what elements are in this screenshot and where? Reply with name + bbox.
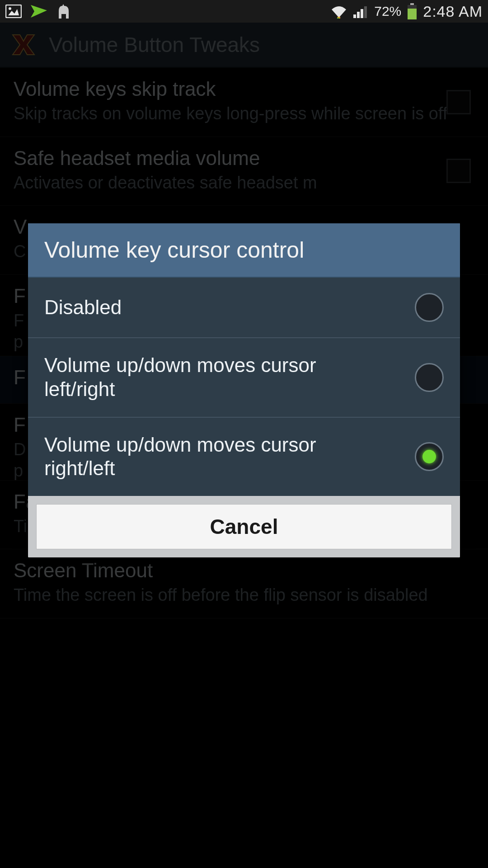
svg-rect-6 xyxy=(353,14,356,18)
svg-rect-12 xyxy=(408,9,417,19)
llama-icon xyxy=(56,3,71,19)
option-label: Volume up/down moves cursor left/right xyxy=(44,354,388,401)
dialog-footer: Cancel xyxy=(28,496,460,557)
option-label: Disabled xyxy=(44,296,122,320)
signal-icon xyxy=(353,5,369,18)
dialog-option-disabled[interactable]: Disabled xyxy=(28,278,460,338)
status-right: 72% 2:48 AM xyxy=(330,3,483,20)
dialog-title: Volume key cursor control xyxy=(44,237,444,263)
status-left xyxy=(5,3,71,19)
radio-button[interactable] xyxy=(415,293,444,322)
svg-rect-9 xyxy=(364,6,367,18)
send-icon xyxy=(30,4,48,19)
svg-marker-3 xyxy=(31,5,47,18)
battery-icon xyxy=(407,3,418,19)
dialog: Volume key cursor control Disabled Volum… xyxy=(28,223,460,557)
dialog-body: Disabled Volume up/down moves cursor lef… xyxy=(28,278,460,496)
svg-rect-8 xyxy=(361,9,363,18)
svg-rect-0 xyxy=(6,5,21,18)
option-label: Volume up/down moves cursor right/left xyxy=(44,433,388,481)
gallery-icon xyxy=(5,5,22,18)
status-bar: 72% 2:48 AM xyxy=(0,0,488,23)
radio-button[interactable] xyxy=(415,363,444,392)
cancel-button[interactable]: Cancel xyxy=(36,504,452,549)
battery-percent: 72% xyxy=(374,4,401,19)
wifi-icon xyxy=(330,4,348,19)
svg-point-2 xyxy=(9,7,11,10)
clock: 2:48 AM xyxy=(423,3,483,20)
dialog-option-left-right[interactable]: Volume up/down moves cursor left/right xyxy=(28,338,460,418)
dialog-option-right-left[interactable]: Volume up/down moves cursor right/left xyxy=(28,418,460,496)
svg-rect-10 xyxy=(410,3,414,5)
dialog-header: Volume key cursor control xyxy=(28,223,460,278)
radio-button[interactable] xyxy=(415,442,444,471)
svg-rect-7 xyxy=(357,12,360,18)
svg-marker-1 xyxy=(8,9,19,15)
